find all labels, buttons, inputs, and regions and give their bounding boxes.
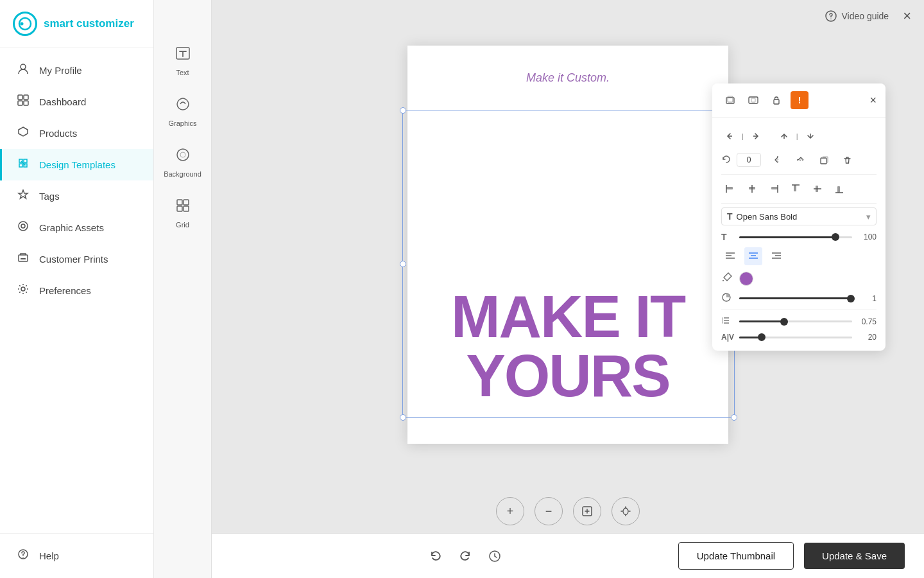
undo-button[interactable] (424, 544, 448, 568)
arrow-down-icon (806, 132, 815, 141)
arrow-left-btn[interactable] (721, 128, 738, 144)
sidebar-item-customer-prints[interactable]: Customer Prints (0, 243, 153, 275)
align-left-edge-btn[interactable] (721, 180, 739, 198)
canvas-main-text[interactable]: MAKE IT YOURS (401, 287, 735, 405)
align-center-v-btn[interactable] (809, 180, 826, 198)
help-circle-icon (825, 10, 837, 22)
video-guide-link[interactable]: Video guide (825, 10, 889, 22)
sidebar-bottom: Help (0, 533, 153, 578)
color-picker-icon (721, 272, 733, 286)
arrow-right-btn[interactable] (748, 128, 764, 144)
svg-rect-28 (751, 98, 755, 102)
sidebar-item-graphic-assets[interactable]: Graphic Assets (0, 212, 153, 243)
sidebar-item-tags[interactable]: Tags (0, 180, 153, 212)
tool-background[interactable]: Background (158, 140, 207, 184)
rotation-icon (721, 154, 732, 166)
pan-button[interactable] (612, 497, 640, 525)
sidebar-item-preferences[interactable]: Preferences (0, 275, 153, 306)
flip-h-btn[interactable] (769, 151, 787, 169)
graphic-assets-icon (16, 220, 30, 235)
tool-graphics[interactable]: Graphics (158, 89, 207, 134)
zoom-in-button[interactable]: + (496, 497, 524, 525)
line-height-svg-icon (721, 315, 732, 326)
canvas[interactable]: Make it Custom. MAKE IT YOURS (407, 46, 728, 444)
fit-icon (581, 505, 593, 517)
letter-spacing-slider[interactable] (739, 337, 852, 338)
position-row: | | (721, 124, 877, 148)
pan-icon (620, 505, 631, 517)
arrow-up-icon (780, 132, 789, 141)
svg-rect-39 (771, 187, 778, 189)
svg-rect-19 (177, 206, 182, 211)
sidebar-item-products[interactable]: Products (0, 118, 153, 149)
handle-top-left[interactable] (400, 107, 406, 114)
paint-bucket-icon (721, 272, 733, 283)
right-panel-close-button[interactable]: × (869, 94, 877, 107)
sidebar-item-dashboard[interactable]: Dashboard (0, 86, 153, 118)
align-bottom-edge-icon (834, 184, 844, 194)
align-center-v-icon (812, 184, 823, 194)
rp-responsive-btn[interactable] (744, 91, 762, 109)
handle-mid-left[interactable] (400, 261, 406, 267)
text-align-row (721, 245, 877, 268)
tool-grid[interactable]: Grid (158, 191, 207, 235)
bottom-bar: Update Thumbnail Update & Save (212, 533, 924, 578)
text-color-row (721, 268, 877, 290)
sidebar-item-help[interactable]: Help (0, 540, 153, 572)
font-size-row: T 100 (721, 229, 877, 245)
text-tool-icon (175, 45, 191, 66)
divider-1 (721, 174, 877, 175)
line-height-slider[interactable] (739, 320, 852, 322)
svg-point-16 (180, 152, 185, 157)
rotation-row: 0 (721, 148, 877, 171)
logo-text: smart customizer (44, 17, 134, 30)
rp-lock-btn[interactable] (767, 91, 785, 109)
flip-v-btn[interactable] (792, 151, 810, 169)
dashboard-icon (16, 94, 30, 109)
text-color-swatch[interactable] (739, 272, 753, 286)
align-center-h-btn[interactable] (743, 180, 761, 198)
align-center-text-icon (748, 252, 758, 261)
flip-horizontal-icon (773, 155, 783, 165)
logo-icon (13, 12, 37, 36)
zoom-out-button[interactable]: − (535, 497, 563, 525)
align-bottom-edge-btn[interactable] (830, 180, 848, 198)
font-selector[interactable]: T Open Sans Bold ▾ (721, 207, 877, 225)
design-templates-icon (16, 157, 30, 172)
update-save-button[interactable]: Update & Save (804, 543, 905, 569)
tool-text[interactable]: Text (158, 39, 207, 83)
rp-layer-btn[interactable] (721, 91, 739, 109)
position-separator: | (742, 132, 744, 140)
arrow-down-btn[interactable] (802, 128, 819, 144)
fit-button[interactable] (573, 497, 601, 525)
svg-point-2 (21, 64, 26, 69)
top-bar-close-button[interactable]: × (903, 8, 911, 24)
align-right-edge-btn[interactable] (765, 180, 783, 198)
arrow-up-btn[interactable] (776, 128, 792, 144)
rp-alert-btn[interactable]: ! (791, 91, 809, 109)
vertical-position-arrows: | (776, 128, 819, 144)
align-center-btn[interactable] (744, 247, 762, 265)
svg-rect-10 (21, 258, 26, 259)
handle-bot-right[interactable] (731, 414, 737, 421)
sidebar-item-design-templates[interactable]: Design Templates (0, 149, 153, 180)
rotation-value[interactable]: 0 (737, 153, 761, 167)
align-top-edge-btn[interactable] (787, 180, 805, 198)
align-right-btn[interactable] (767, 247, 785, 265)
font-size-slider[interactable] (739, 236, 852, 238)
copy-icon (819, 155, 829, 165)
profile-icon (16, 63, 30, 78)
sidebar-item-my-profile[interactable]: My Profile (0, 55, 153, 86)
handle-bot-left[interactable] (400, 414, 406, 421)
opacity-slider[interactable] (739, 297, 852, 299)
redo-button[interactable] (453, 544, 477, 568)
align-left-btn[interactable] (721, 247, 739, 265)
update-thumbnail-button[interactable]: Update Thumbnail (678, 542, 794, 570)
copy-btn[interactable] (815, 151, 833, 169)
opacity-value: 1 (857, 294, 877, 303)
delete-btn[interactable] (838, 151, 856, 169)
horizontal-position-arrows: | (721, 128, 764, 144)
history-button[interactable] (483, 544, 507, 568)
background-tool-icon (175, 146, 191, 167)
responsive-icon (748, 95, 758, 105)
